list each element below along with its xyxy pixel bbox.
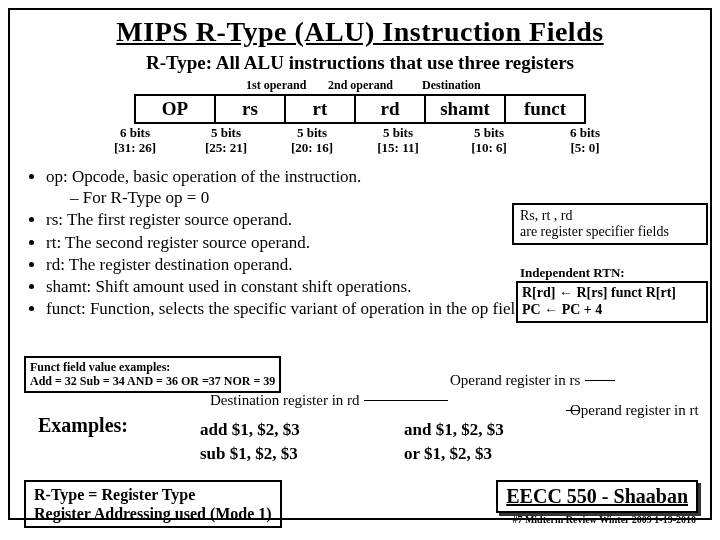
register-specifier-box: Rs, rt , rd are register specifier field… [512, 203, 708, 245]
slide-subtitle: R-Type: All ALU instructions that use th… [10, 52, 710, 74]
rtn-line2: PC ← PC + 4 [522, 302, 702, 319]
examples-column-1: add $1, $2, $3 sub $1, $2, $3 [200, 418, 300, 466]
range-rt: [20: 16] [291, 140, 333, 155]
bits-rs: 5 bits [211, 125, 241, 140]
example-and: and $1, $2, $3 [404, 418, 504, 442]
bits-rt: 5 bits [297, 125, 327, 140]
operand-rs-label: Operand register in rs [450, 372, 580, 389]
rtn-line1: R[rd] ← R[rs] funct R[rt] [522, 285, 702, 302]
examples-column-2: and $1, $2, $3 or $1, $2, $3 [404, 418, 504, 466]
rtype-note-box: R-Type = Register Type Register Addressi… [24, 480, 282, 528]
label-1st-operand: 1st operand [246, 78, 306, 93]
box1-line1: Rs, rt , rd [520, 208, 700, 224]
slide-frame: MIPS R-Type (ALU) Instruction Fields R-T… [8, 8, 712, 520]
range-shamt: [10: 6] [471, 140, 507, 155]
funct-examples-box: Funct field value examples: Add = 32 Sub… [24, 356, 281, 393]
operand-rt-line [566, 410, 580, 411]
funct-ex-l1: Funct field value examples: [30, 360, 275, 374]
funct-ex-l2: Add = 32 Sub = 34 AND = 36 OR =37 NOR = … [30, 374, 275, 388]
label-2nd-operand: 2nd operand [328, 78, 393, 93]
field-rs: rs [215, 95, 285, 123]
slide-title: MIPS R-Type (ALU) Instruction Fields [10, 16, 710, 48]
label-destination: Destination [422, 78, 481, 93]
box1-line2: are register specifier fields [520, 224, 700, 240]
bits-shamt: 5 bits [474, 125, 504, 140]
field-funct: funct [505, 95, 585, 123]
example-add: add $1, $2, $3 [200, 418, 300, 442]
example-sub: sub $1, $2, $3 [200, 442, 300, 466]
field-rt: rt [285, 95, 355, 123]
dest-reg-line [364, 400, 448, 401]
operand-rs-line [585, 380, 615, 381]
operand-rt-label: Operand register in rt [570, 402, 699, 419]
rtype-l1: R-Type = Register Type [34, 485, 272, 504]
field-header-labels: 1st operand 2nd operand Destination [10, 78, 710, 94]
range-rd: [15: 11] [377, 140, 419, 155]
field-op: OP [135, 95, 215, 123]
field-rd: rd [355, 95, 425, 123]
example-or: or $1, $2, $3 [404, 442, 504, 466]
range-rs: [25: 21] [205, 140, 247, 155]
range-funct: [5: 0] [570, 140, 599, 155]
bits-op: 6 bits [120, 125, 150, 140]
rtype-l2: Register Addressing used (Mode 1) [34, 504, 272, 523]
bits-rd: 5 bits [383, 125, 413, 140]
course-box: EECC 550 - Shaaban [496, 480, 698, 513]
field-shamt: shamt [425, 95, 505, 123]
bits-row: 6 bits[31: 26] 5 bits[25: 21] 5 bits[20:… [10, 126, 710, 156]
dest-reg-label: Destination register in rd [210, 392, 360, 409]
range-op: [31: 26] [114, 140, 156, 155]
examples-label: Examples: [38, 414, 128, 437]
independent-rtn-label: Independent RTN: [520, 265, 625, 281]
bits-funct: 6 bits [570, 125, 600, 140]
rtn-box: R[rd] ← R[rs] funct R[rt] PC ← PC + 4 [516, 281, 708, 323]
footer-text: #7 Midterm Review Winter 2009 1-19-2010 [512, 514, 696, 525]
instruction-field-table: OP rs rt rd shamt funct [134, 94, 586, 124]
